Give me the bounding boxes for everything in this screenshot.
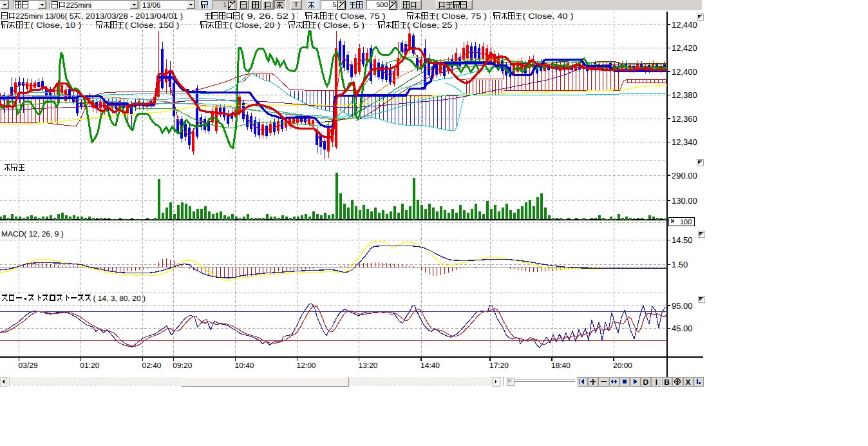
svg-text:225mini 13/06( 5: 225mini 13/06( 5	[15, 12, 74, 21]
svg-text:12,420: 12,420	[672, 43, 697, 53]
svg-text:290.00: 290.00	[672, 171, 697, 180]
svg-text:12,440: 12,440	[672, 20, 697, 30]
svg-text:13/06: 13/06	[142, 1, 161, 10]
svg-text:12,380: 12,380	[672, 90, 697, 100]
svg-text:12,340: 12,340	[672, 137, 697, 147]
svg-text:17:20: 17:20	[489, 361, 509, 370]
svg-text:( Close, 75 ): ( Close, 75 )	[436, 12, 487, 21]
svg-text:45.00: 45.00	[672, 324, 693, 333]
svg-text:14.50: 14.50	[672, 235, 693, 245]
svg-text:13:20: 13:20	[359, 361, 378, 370]
svg-text:X: X	[685, 378, 690, 387]
svg-text:( Close, 40 ): ( Close, 40 )	[522, 12, 573, 21]
svg-text:12:00: 12:00	[297, 361, 316, 370]
svg-text:5: 5	[332, 1, 336, 9]
svg-text:MACD( 12, 26, 9 ): MACD( 12, 26, 9 )	[1, 229, 64, 238]
svg-text:130.00: 130.00	[672, 196, 697, 206]
svg-text:( Close, 25 ): ( Close, 25 )	[407, 21, 458, 30]
svg-text:01:20: 01:20	[80, 361, 99, 370]
svg-text:( Close, 75 ): ( Close, 75 )	[335, 12, 386, 21]
svg-text:T: T	[294, 1, 298, 9]
svg-text:( 9, 26, 52 ): ( 9, 26, 52 )	[240, 12, 295, 21]
svg-text:, 2013/03/28 - 2013/04/01 ): , 2013/03/28 - 2013/04/01 )	[81, 12, 183, 21]
svg-text:02:40: 02:40	[142, 361, 162, 370]
svg-text:20:00: 20:00	[613, 361, 632, 370]
svg-text:18:40: 18:40	[551, 361, 571, 370]
svg-text:( 14, 3, 80, 20 ): ( 14, 3, 80, 20 )	[93, 294, 146, 303]
svg-text:B: B	[664, 378, 670, 387]
svg-text:I: I	[656, 378, 657, 387]
svg-text:1: 1	[223, 1, 227, 9]
svg-text:1.50: 1.50	[672, 260, 688, 269]
svg-text:03/29: 03/29	[19, 361, 38, 370]
svg-text:100: 100	[680, 218, 692, 226]
svg-text:12,400: 12,400	[672, 67, 697, 77]
svg-text:10:40: 10:40	[235, 361, 254, 370]
svg-text:225mini: 225mini	[66, 1, 91, 10]
svg-text:( Close, 5 ): ( Close, 5 )	[317, 21, 365, 30]
svg-text:14:40: 14:40	[420, 361, 440, 370]
svg-text:( Close, 10 ): ( Close, 10 )	[30, 21, 81, 30]
svg-text:09:20: 09:20	[173, 361, 192, 370]
svg-text:D: D	[643, 378, 649, 387]
svg-text:12,360: 12,360	[672, 114, 697, 124]
svg-text:95.00: 95.00	[672, 301, 693, 311]
svg-text:( Close, 150 ): ( Close, 150 )	[125, 21, 180, 30]
svg-text:( Close, 20 ): ( Close, 20 )	[229, 21, 280, 30]
svg-text:500: 500	[376, 1, 388, 9]
